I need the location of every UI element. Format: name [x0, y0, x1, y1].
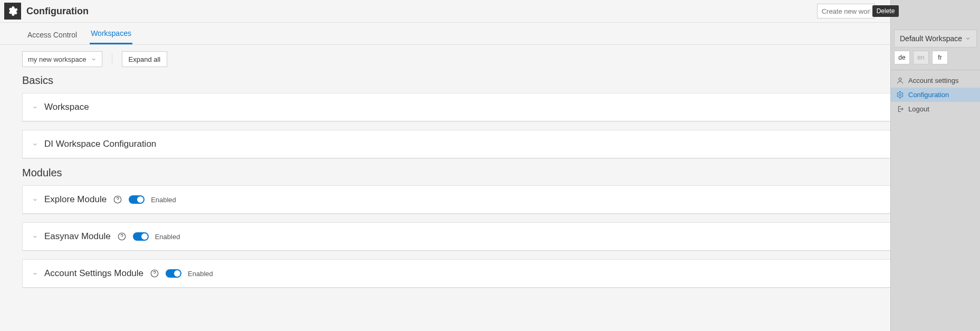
section-basics-heading: Basics	[22, 74, 958, 87]
chevron-down-icon[interactable]	[32, 141, 38, 147]
svg-point-3	[899, 78, 901, 81]
help-icon[interactable]	[117, 232, 127, 241]
section-modules-heading: Modules	[22, 167, 958, 179]
flyout-panel: Default Workspace de en fr Account setti…	[890, 0, 980, 331]
lang-en: en	[913, 51, 929, 64]
chevron-down-icon[interactable]	[32, 105, 38, 110]
default-workspace-label: Default Workspace	[900, 34, 962, 43]
create-workspace-input[interactable]	[817, 4, 875, 18]
menu-logout[interactable]: Logout	[891, 102, 980, 116]
panel-title: Explore Module	[44, 194, 107, 205]
user-menu: Account settings Configuration Logout	[891, 71, 980, 118]
page-title: Configuration	[26, 6, 89, 17]
menu-label: Configuration	[908, 91, 949, 99]
app-header: Configuration Delete Save	[0, 0, 980, 23]
panel-title: Easynav Module	[44, 231, 111, 242]
tabs: Access Control Workspaces	[0, 23, 980, 45]
chevron-down-icon[interactable]	[32, 197, 38, 203]
chevron-down-icon[interactable]	[32, 234, 38, 240]
menu-label: Account settings	[908, 77, 958, 84]
panel-title: DI Workspace Configuration	[44, 139, 156, 149]
toggle-account-settings[interactable]	[166, 269, 181, 278]
toggle-explore[interactable]	[129, 195, 145, 204]
panel-title: Workspace	[44, 102, 89, 112]
menu-label: Logout	[908, 105, 929, 113]
delete-tooltip: Delete	[872, 5, 899, 17]
toggle-easynav[interactable]	[133, 232, 149, 241]
toggle-status: Enabled	[151, 196, 176, 204]
workspace-select-label: my new workspace	[28, 55, 87, 63]
lang-de[interactable]: de	[894, 51, 910, 64]
panel-explore-module[interactable]: Explore Module Enabled	[22, 185, 958, 214]
default-workspace-select[interactable]: Default Workspace	[894, 30, 977, 48]
toolbar: my new workspace Expand all	[0, 45, 980, 73]
panel-easynav-module[interactable]: Easynav Module Enabled	[22, 222, 958, 251]
svg-point-4	[899, 94, 901, 96]
gear-icon	[896, 91, 904, 99]
gear-icon	[4, 3, 21, 20]
chevron-down-icon[interactable]	[32, 271, 38, 277]
expand-all-button[interactable]: Expand all	[122, 51, 168, 67]
separator	[891, 70, 980, 70]
language-row: de en fr	[891, 51, 980, 69]
chevron-down-icon	[965, 35, 971, 42]
help-icon[interactable]	[150, 269, 159, 278]
tab-workspaces[interactable]: Workspaces	[90, 24, 132, 44]
menu-account-settings[interactable]: Account settings	[891, 73, 980, 88]
tab-access-control[interactable]: Access Control	[26, 25, 78, 44]
user-icon	[896, 77, 904, 84]
panel-account-settings-module[interactable]: Account Settings Module Enabled	[22, 259, 958, 288]
chevron-down-icon	[91, 56, 97, 62]
workspace-select[interactable]: my new workspace	[22, 51, 102, 67]
logout-icon	[896, 105, 904, 113]
toggle-status: Enabled	[188, 270, 213, 278]
lang-fr[interactable]: fr	[932, 51, 948, 64]
panel-workspace[interactable]: Workspace	[22, 93, 958, 121]
panel-title: Account Settings Module	[44, 268, 143, 279]
separator	[112, 53, 112, 65]
menu-configuration[interactable]: Configuration	[891, 88, 980, 102]
help-icon[interactable]	[113, 195, 122, 204]
content: Basics Workspace DI Workspace Configurat…	[0, 73, 980, 331]
toggle-status: Enabled	[155, 233, 180, 241]
panel-di-workspace-config[interactable]: DI Workspace Configuration	[22, 130, 958, 158]
